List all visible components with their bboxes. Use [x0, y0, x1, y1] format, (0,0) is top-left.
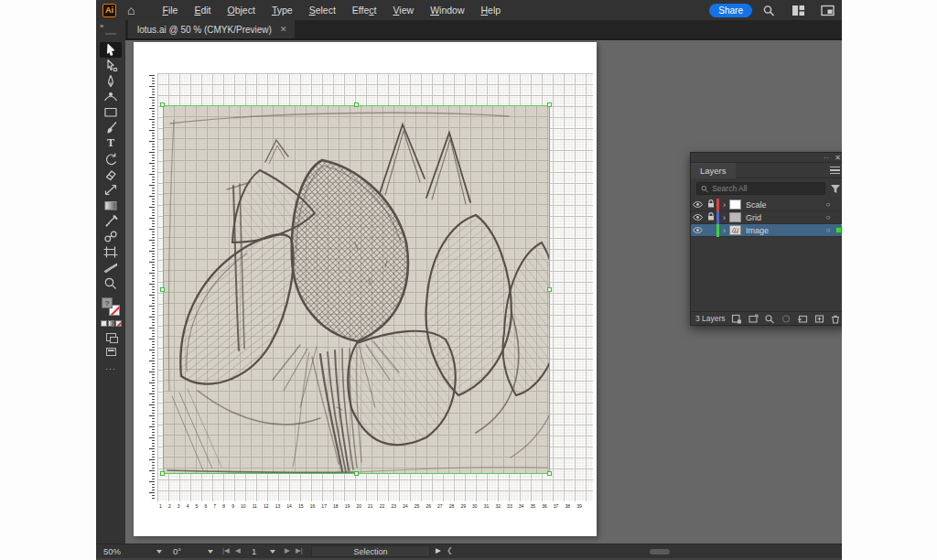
layer-name-label[interactable]: Image [746, 226, 821, 235]
next-artboard-icon[interactable]: ▶ [285, 546, 290, 555]
blend-tool[interactable] [100, 229, 122, 244]
selection-handle-sw[interactable] [160, 471, 165, 476]
canvas-pasteboard[interactable]: 1234567891011121314151617181920212223242… [125, 38, 842, 544]
zoom-tool[interactable] [100, 275, 122, 291]
layer-thumbnail[interactable] [729, 225, 741, 235]
placed-lotus-sketch-image[interactable] [163, 105, 550, 474]
eraser-tool[interactable] [100, 167, 122, 182]
new-sublayer-icon[interactable] [797, 314, 808, 324]
paintbrush-tool[interactable] [100, 120, 122, 135]
home-icon[interactable]: ⌂ [127, 3, 135, 17]
gradient-tool[interactable] [100, 198, 122, 213]
selection-handle-w[interactable] [160, 287, 165, 292]
selection-handle-s[interactable] [354, 471, 359, 476]
collect-export-icon[interactable] [731, 314, 742, 324]
rotation-value[interactable]: 0° [173, 546, 181, 556]
artboard-number-value[interactable]: 1 [252, 546, 256, 556]
selection-handle-se[interactable] [547, 471, 552, 476]
status-play-icon[interactable]: ▶ [436, 546, 441, 555]
scale-tool[interactable] [100, 182, 122, 198]
first-artboard-icon[interactable]: |◀ [222, 546, 230, 555]
color-button[interactable] [101, 320, 107, 327]
layer-thumbnail[interactable] [729, 212, 741, 222]
target-circle-icon[interactable]: ○ [821, 226, 835, 234]
edit-toolbar-button[interactable]: ··· [96, 364, 125, 373]
visibility-eye-icon[interactable] [691, 199, 705, 210]
selection-handle-n[interactable] [354, 102, 359, 107]
zoom-level-value[interactable]: 50% [103, 546, 121, 556]
expand-chevron-icon[interactable]: › [719, 226, 729, 235]
locate-object-icon[interactable] [764, 314, 775, 324]
fill-swatch-unknown[interactable]: ? [102, 297, 113, 308]
search-icon[interactable] [762, 5, 776, 16]
menu-effect[interactable]: Effect [345, 2, 384, 18]
selection-handle-nw[interactable] [160, 102, 165, 107]
expand-chevron-icon[interactable]: › [719, 213, 729, 222]
panel-close-icon[interactable]: ✕ [835, 154, 841, 162]
slice-tool[interactable] [100, 260, 122, 275]
selection-tool[interactable] [100, 42, 122, 58]
clipping-mask-icon[interactable] [781, 314, 792, 324]
make-mask-icon[interactable] [748, 314, 759, 324]
menu-window[interactable]: Window [423, 2, 471, 18]
screen-mode-button[interactable] [106, 348, 116, 356]
status-info-field[interactable]: Selection [311, 545, 430, 557]
document-tab[interactable]: lotus.ai @ 50 % (CMYK/Preview) ✕ [128, 20, 295, 38]
filter-funnel-icon[interactable] [830, 184, 841, 194]
menu-view[interactable]: View [386, 2, 422, 18]
menu-type[interactable]: Type [264, 2, 300, 18]
target-circle-icon[interactable]: ○ [821, 200, 835, 209]
toolbar-grip[interactable] [105, 33, 116, 35]
panel-menu-icon[interactable] [830, 165, 840, 177]
target-circle-icon[interactable]: ○ [821, 213, 835, 221]
menu-edit[interactable]: Edit [187, 2, 218, 18]
selection-handle-ne[interactable] [547, 102, 552, 107]
expand-chevron-icon[interactable]: › [719, 200, 729, 210]
share-button[interactable]: Share [709, 4, 752, 17]
none-button[interactable] [115, 320, 122, 327]
curvature-tool[interactable] [100, 89, 122, 104]
layer-name-label[interactable]: Scale [746, 200, 821, 210]
prev-artboard-icon[interactable]: ◀ [235, 546, 241, 555]
visibility-eye-icon[interactable] [691, 212, 705, 222]
lock-icon[interactable] [705, 212, 716, 222]
drawing-mode-button[interactable] [106, 333, 116, 341]
menu-file[interactable]: File [155, 2, 185, 18]
status-expand-icon[interactable]: ❮ [447, 546, 453, 555]
pen-tool[interactable] [100, 73, 122, 89]
rotation-dropdown-icon[interactable] [208, 550, 213, 554]
layer-row-image[interactable]: ›Image○ [691, 224, 842, 237]
gradient-button[interactable] [108, 320, 114, 327]
rotate-tool[interactable] [100, 151, 122, 167]
toolbar-collapse[interactable]: » [96, 20, 125, 38]
direct-selection-tool[interactable] [100, 58, 122, 73]
layer-name-label[interactable]: Grid [746, 213, 821, 222]
layers-search-input[interactable] [712, 184, 821, 193]
arrange-documents-icon[interactable] [821, 5, 835, 16]
visibility-eye-icon[interactable] [691, 225, 705, 235]
layers-panel-tab[interactable]: Layers [691, 163, 736, 178]
artboard[interactable]: 1234567891011121314151617181920212223242… [134, 42, 597, 536]
menu-help[interactable]: Help [473, 2, 508, 18]
eyedropper-tool[interactable] [100, 213, 122, 229]
new-layer-icon[interactable] [813, 314, 824, 324]
tab-close-icon[interactable]: ✕ [280, 25, 287, 34]
last-artboard-icon[interactable]: ▶| [296, 546, 303, 555]
horizontal-scrollbar-thumb[interactable] [650, 549, 670, 555]
lock-icon[interactable] [705, 199, 716, 210]
panel-collapse-icon[interactable]: ·· [824, 154, 828, 162]
layer-thumbnail[interactable] [729, 199, 741, 210]
workspace-switcher-icon[interactable] [792, 5, 805, 16]
menu-select[interactable]: Select [302, 2, 343, 18]
artboard-tool[interactable] [100, 244, 122, 260]
delete-layer-icon[interactable] [830, 314, 841, 324]
selection-handle-e[interactable] [547, 287, 552, 292]
layer-row-scale[interactable]: ›Scale○ [691, 199, 842, 211]
fill-stroke-indicator[interactable]: ? [102, 297, 120, 316]
menu-object[interactable]: Object [221, 2, 263, 18]
layer-row-grid[interactable]: ›Grid○ [691, 211, 842, 224]
rectangle-tool[interactable] [100, 104, 122, 120]
zoom-dropdown-icon[interactable] [156, 550, 162, 554]
artboard-dropdown-icon[interactable] [270, 550, 275, 554]
type-tool[interactable]: T [100, 135, 122, 151]
